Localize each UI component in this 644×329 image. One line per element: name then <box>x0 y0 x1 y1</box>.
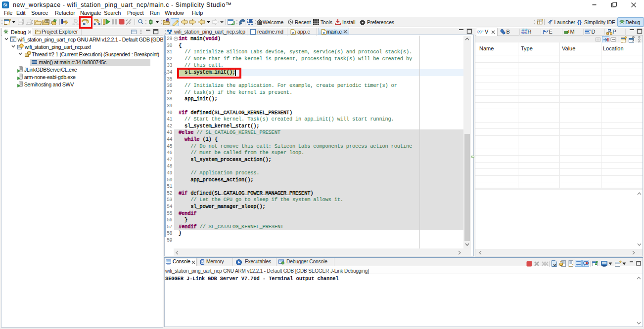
svg-text:c: c <box>12 38 14 42</box>
